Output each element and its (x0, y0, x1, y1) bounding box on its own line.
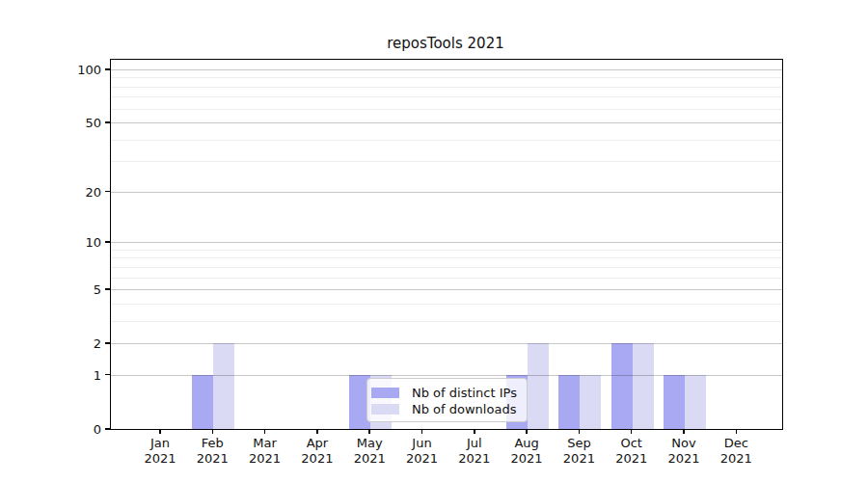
x-tick-label: Feb2021 (183, 436, 241, 467)
x-tick (526, 429, 528, 434)
y-tick-label: 50 (0, 116, 101, 130)
x-tick (579, 429, 581, 434)
gridline-major (111, 192, 782, 193)
x-tick-label: Jul2021 (446, 436, 503, 467)
gridline-major (111, 343, 782, 344)
y-tick-label: 5 (0, 282, 101, 297)
x-tick-label: Aug2021 (498, 436, 556, 467)
x-tick (212, 429, 214, 434)
legend-label: Nb of distinct IPs (412, 386, 517, 400)
y-tick-label: 0 (0, 422, 101, 437)
x-tick-label: Dec2021 (707, 436, 765, 467)
gridline-minor (111, 278, 782, 279)
legend-row: Nb of downloads (371, 401, 523, 417)
x-tick-label: Mar2021 (236, 436, 294, 467)
y-tick (105, 428, 110, 430)
y-tick-label: 10 (0, 235, 101, 250)
x-tick-label: Jan2021 (131, 436, 189, 467)
legend-swatch-downloads (371, 404, 399, 415)
y-tick (105, 374, 110, 376)
x-tick-label: Nov2021 (655, 436, 713, 467)
gridline-major (111, 242, 782, 243)
y-tick-label: 100 (0, 63, 101, 77)
y-tick (105, 191, 110, 193)
x-tick (631, 429, 633, 434)
x-tick (683, 429, 685, 434)
y-tick-label: 1 (0, 367, 101, 382)
gridline-minor (111, 250, 782, 251)
y-tick (105, 288, 110, 290)
gridline-minor (111, 77, 782, 78)
x-tick (264, 429, 266, 434)
gridline-minor (111, 87, 782, 88)
gridline-minor (111, 267, 782, 268)
x-tick (474, 429, 475, 434)
grid-layer (111, 60, 782, 429)
y-tick-label: 20 (0, 184, 101, 199)
plot-area: Nb of distinct IPsNb of downloads (110, 59, 783, 430)
gridline-minor (111, 109, 782, 110)
gridline-minor (111, 321, 782, 322)
gridline-major (111, 289, 782, 290)
x-tick (421, 429, 423, 434)
y-tick (105, 121, 110, 123)
x-tick-label: May2021 (340, 436, 398, 467)
y-tick-label: 2 (0, 336, 101, 351)
figure: reposTools 2021 Nb of distinct IPsNb of … (0, 0, 868, 482)
legend: Nb of distinct IPsNb of downloads (366, 378, 528, 422)
x-tick (316, 429, 318, 434)
y-tick (105, 241, 110, 243)
gridline-minor (111, 140, 782, 141)
y-tick (105, 342, 110, 344)
x-tick-label: Apr2021 (288, 436, 346, 467)
legend-swatch-distinct-ips (371, 388, 399, 398)
gridline-minor (111, 257, 782, 258)
x-tick-label: Sep2021 (550, 436, 608, 467)
legend-label: Nb of downloads (412, 402, 516, 416)
gridline-minor (111, 161, 782, 162)
legend-row: Nb of distinct IPs (371, 385, 523, 401)
gridline-minor (111, 96, 782, 97)
chart-title: reposTools 2021 (110, 35, 781, 52)
x-tick-label: Oct2021 (603, 436, 661, 467)
x-tick (159, 429, 161, 434)
gridline-major (111, 69, 782, 70)
x-tick (368, 429, 370, 434)
x-tick (736, 429, 738, 434)
gridline-major (111, 122, 782, 123)
gridline-minor (111, 304, 782, 305)
y-tick (105, 68, 110, 70)
gridline-major (111, 375, 782, 376)
x-tick-label: Jun2021 (393, 436, 451, 467)
